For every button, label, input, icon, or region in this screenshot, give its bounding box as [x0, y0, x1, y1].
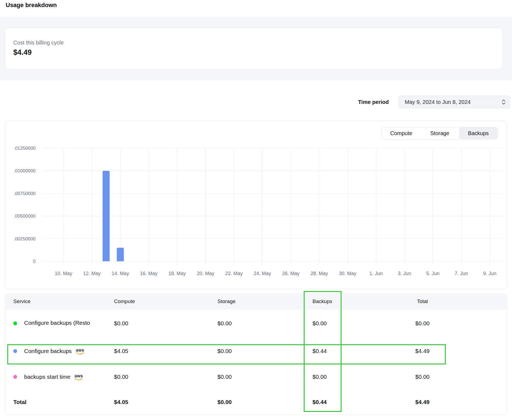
compute-total: $4.05 [114, 399, 128, 405]
svg-text:1. Jun: 1. Jun [369, 271, 383, 276]
svg-text:3. Jun: 3. Jun [398, 271, 411, 276]
svg-text:20. May: 20. May [197, 271, 214, 276]
svg-text:16. May: 16. May [140, 271, 157, 276]
usage-table-card: Service Compute Storage Backups Total Co… [5, 294, 507, 415]
tab-compute[interactable]: Compute [382, 127, 421, 139]
table-row-configure-backups-restored: Configure backups (Resto $0.00 $0.00 $0.… [5, 309, 507, 338]
total-row-label: Total [13, 399, 27, 405]
series-dot-blue [13, 349, 17, 353]
compute-value: $0.00 [114, 320, 128, 327]
usage-bar-chart: .01250000.01000000.00750000.00500000.002… [5, 121, 507, 289]
svg-text:24. May: 24. May [254, 271, 271, 276]
svg-text:.01000000: .01000000 [14, 168, 36, 173]
total-value: $4.49 [388, 348, 456, 354]
grand-total: $4.49 [388, 399, 456, 405]
summary-section: Cost this billing cycle $4.49 [0, 17, 512, 80]
compute-value: $4.05 [114, 348, 128, 354]
cost-summary-card: Cost this billing cycle $4.49 [5, 28, 502, 69]
backups-value: $0.00 [312, 374, 327, 380]
svg-text:14. May: 14. May [112, 271, 129, 276]
aws-icon: aws [74, 374, 83, 381]
tab-storage[interactable]: Storage [421, 127, 459, 139]
header-storage: Storage [217, 298, 236, 304]
backups-total: $0.44 [312, 399, 327, 405]
aws-icon: aws [76, 348, 84, 355]
svg-text:9. Jun: 9. Jun [483, 271, 496, 276]
usage-chart-card: .01250000.01000000.00750000.00500000.002… [5, 121, 507, 289]
backups-value: $0.00 [312, 320, 327, 327]
total-value: $0.00 [388, 374, 456, 380]
cost-value: $4.49 [13, 48, 494, 57]
table-row-total: Total $4.05 $0.00 $0.44 $4.49 [5, 389, 507, 415]
svg-text:26. May: 26. May [282, 271, 299, 276]
compute-value: $0.00 [114, 374, 128, 380]
svg-text:.01250000: .01250000 [14, 146, 36, 151]
service-name: backups start time [24, 374, 70, 380]
header-compute: Compute [114, 298, 135, 304]
backups-value: $0.44 [312, 348, 327, 354]
svg-text:28. May: 28. May [311, 271, 328, 276]
storage-value: $0.00 [217, 348, 232, 354]
svg-text:5. Jun: 5. Jun [426, 271, 440, 276]
svg-text:18. May: 18. May [169, 271, 186, 276]
svg-text:12. May: 12. May [83, 271, 101, 276]
time-period-value: May 9, 2024 to Jun 8, 2024 [405, 99, 470, 105]
tab-backups[interactable]: Backups [459, 127, 498, 139]
page-title: Usage breakdown [6, 2, 57, 9]
chart-view-tabs: Compute Storage Backups [382, 127, 498, 139]
header-backups: Backups [312, 298, 332, 304]
series-dot-green [13, 322, 17, 325]
header-service: Service [13, 298, 30, 304]
storage-value: $0.00 [217, 320, 232, 327]
svg-text:.00500000: .00500000 [14, 214, 36, 219]
header-total: Total [388, 298, 456, 304]
time-period-label: Time period [358, 99, 389, 105]
table-header-row: Service Compute Storage Backups Total [5, 294, 507, 309]
svg-text:22. May: 22. May [225, 271, 243, 276]
svg-text:30. May: 30. May [339, 271, 356, 276]
svg-text:10. May: 10. May [55, 271, 72, 276]
table-row-configure-backups: Configure backups aws $4.05 $0.00 $0.44 … [5, 338, 507, 365]
svg-text:.00250000: .00250000 [14, 236, 36, 241]
service-name: Configure backups (Resto [24, 319, 90, 326]
svg-text:0: 0 [33, 259, 36, 264]
storage-value: $0.00 [217, 374, 232, 380]
total-value: $0.00 [388, 320, 456, 327]
chevron-updown-icon [501, 99, 506, 105]
svg-text:.00750000: .00750000 [14, 191, 36, 196]
time-period-row: Time period May 9, 2024 to Jun 8, 2024 [358, 96, 510, 109]
service-name: Configure backups [24, 348, 72, 354]
time-period-select[interactable]: May 9, 2024 to Jun 8, 2024 [399, 96, 510, 109]
table-row-backups-start-time: backups start time aws $0.00 $0.00 $0.00… [5, 365, 507, 389]
cost-label: Cost this billing cycle [13, 40, 494, 46]
storage-total: $0.00 [217, 399, 232, 405]
svg-text:7. Jun: 7. Jun [455, 271, 468, 276]
series-dot-pink [13, 375, 17, 379]
